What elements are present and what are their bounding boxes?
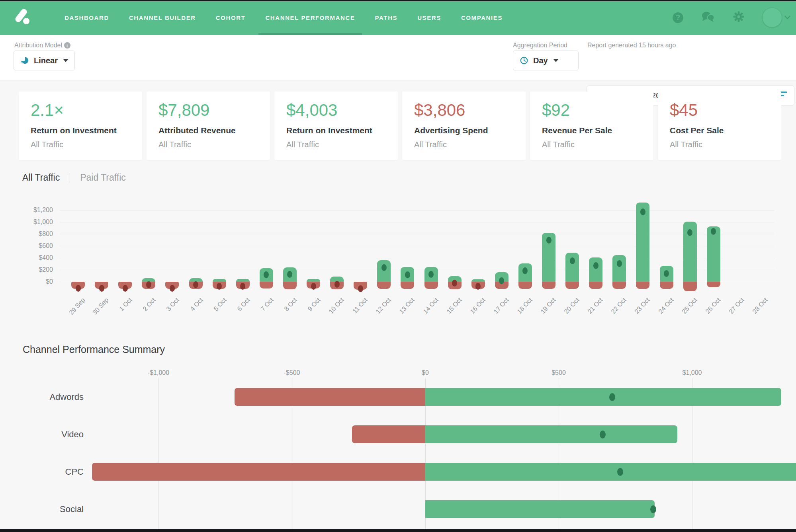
summary-profit-dot bbox=[600, 431, 606, 438]
profit-dot bbox=[687, 229, 692, 236]
summary-x-tick-label: -$500 bbox=[284, 369, 300, 376]
nav-item-companies[interactable]: COMPANIES bbox=[451, 0, 512, 35]
profit-dot bbox=[170, 285, 175, 292]
daily-spend-bar[interactable] bbox=[518, 282, 532, 289]
profit-dot bbox=[499, 277, 504, 284]
daily-y-tick-label: $0 bbox=[17, 278, 53, 285]
top-edge-strip bbox=[0, 0, 796, 1]
info-icon[interactable]: i bbox=[64, 42, 70, 49]
daily-x-tick-label: 29 Sep bbox=[68, 296, 86, 316]
kpi-sublabel: All Traffic bbox=[414, 140, 526, 149]
nav-item-users[interactable]: USERS bbox=[407, 0, 451, 35]
daily-spend-bar[interactable] bbox=[283, 282, 297, 289]
aggregation-period-value: Day bbox=[533, 56, 548, 65]
daily-revenue-bar[interactable] bbox=[213, 279, 226, 282]
daily-spend-bar[interactable] bbox=[683, 282, 697, 291]
daily-y-tick-label: $600 bbox=[17, 242, 53, 249]
daily-x-tick-label: 12 Oct bbox=[375, 296, 393, 315]
summary-revenue-bar-cpc[interactable] bbox=[425, 463, 796, 481]
nav-item-dashboard[interactable]: DASHBOARD bbox=[55, 0, 119, 35]
daily-spend-bar[interactable] bbox=[424, 282, 438, 289]
attribution-model-value: Linear bbox=[34, 56, 58, 65]
channel-performance-page: DASHBOARDCHANNEL BUILDERCOHORTCHANNEL PE… bbox=[0, 0, 796, 532]
daily-spend-bar[interactable] bbox=[660, 282, 673, 289]
summary-x-tick-label: $1,000 bbox=[683, 369, 702, 376]
daily-spend-bar[interactable] bbox=[401, 282, 414, 289]
tab-all-traffic[interactable]: All Traffic bbox=[22, 172, 60, 183]
daily-x-tick-label: 14 Oct bbox=[422, 296, 440, 315]
daily-revenue-bar[interactable] bbox=[377, 260, 391, 282]
profit-dot bbox=[311, 283, 316, 290]
daily-spend-bar[interactable] bbox=[377, 282, 391, 289]
app-logo-icon[interactable] bbox=[13, 6, 31, 29]
daily-gridline bbox=[60, 234, 774, 234]
kpi-value: $92 bbox=[542, 102, 653, 119]
summary-revenue-bar-adwords[interactable] bbox=[425, 388, 781, 406]
kpi-label: Revenue Per Sale bbox=[542, 126, 653, 135]
nav-item-channel-performance[interactable]: CHANNEL PERFORMANCE bbox=[255, 0, 365, 35]
chat-icon[interactable] bbox=[701, 11, 715, 24]
daily-revenue-bar[interactable] bbox=[612, 255, 626, 282]
summary-spend-bar-adwords[interactable] bbox=[235, 388, 425, 406]
attribution-model-select[interactable]: Linear bbox=[14, 51, 75, 70]
summary-revenue-bar-video[interactable] bbox=[425, 425, 677, 443]
summary-revenue-bar-social[interactable] bbox=[425, 500, 655, 518]
report-generated-label: Report generated 15 hours ago bbox=[587, 42, 676, 49]
daily-y-tick-label: $1,200 bbox=[17, 207, 53, 214]
daily-x-tick-label: 8 Oct bbox=[283, 296, 298, 312]
daily-spend-bar[interactable] bbox=[636, 282, 649, 289]
daily-spend-bar[interactable] bbox=[565, 282, 579, 289]
nav-item-channel-builder[interactable]: CHANNEL BUILDER bbox=[119, 0, 206, 35]
kpi-value: $4,003 bbox=[286, 102, 398, 119]
profit-dot bbox=[193, 281, 198, 288]
daily-spend-bar[interactable] bbox=[612, 282, 626, 289]
daily-x-tick-label: 30 Sep bbox=[91, 296, 110, 316]
profit-dot bbox=[240, 283, 245, 290]
profit-dot bbox=[76, 285, 81, 292]
daily-x-tick-label: 9 Oct bbox=[306, 296, 322, 312]
daily-revenue-bar[interactable] bbox=[307, 279, 320, 282]
toolbar: Attribution Model i Linear Aggregation P… bbox=[0, 35, 796, 80]
daily-y-tick-label: $400 bbox=[17, 254, 53, 261]
daily-x-tick-label: 22 Oct bbox=[610, 296, 628, 315]
summary-spend-bar-video[interactable] bbox=[352, 425, 425, 443]
daily-x-tick-label: 6 Oct bbox=[236, 296, 251, 312]
profit-dot bbox=[358, 285, 363, 292]
summary-title: Channel Performance Summary bbox=[23, 344, 165, 355]
user-menu[interactable] bbox=[762, 8, 790, 27]
kpi-card-advertising-spend: $3,806Advertising SpendAll Traffic bbox=[402, 92, 526, 160]
daily-gridline bbox=[60, 210, 774, 210]
daily-spend-bar[interactable] bbox=[589, 282, 602, 289]
daily-spend-bar[interactable] bbox=[260, 282, 273, 288]
kpi-card-cost-per-sale: $45Cost Per SaleAll Traffic bbox=[658, 92, 781, 160]
daily-spend-bar[interactable] bbox=[707, 282, 720, 287]
profit-dot bbox=[146, 281, 151, 288]
kpi-card-return-on-investment: $4,003Return on InvestmentAll Traffic bbox=[274, 92, 398, 160]
kpi-cards: 2.1×Return on InvestmentAll Traffic$7,80… bbox=[19, 92, 781, 160]
nav-item-paths[interactable]: PATHS bbox=[365, 0, 408, 35]
daily-revenue-bar[interactable] bbox=[589, 257, 602, 282]
avatar[interactable] bbox=[762, 8, 782, 27]
daily-spend-bar[interactable] bbox=[542, 282, 555, 289]
kpi-card-return-on-investment: 2.1×Return on InvestmentAll Traffic bbox=[19, 92, 142, 160]
daily-x-tick-label: 11 Oct bbox=[351, 296, 369, 315]
daily-y-tick-label: $200 bbox=[17, 266, 53, 273]
aggregation-period-select[interactable]: Day bbox=[513, 51, 579, 70]
daily-x-tick-label: 7 Oct bbox=[259, 296, 275, 312]
nav-item-cohort[interactable]: COHORT bbox=[206, 0, 256, 35]
settings-gear-icon[interactable] bbox=[733, 11, 745, 24]
summary-spend-bar-cpc[interactable] bbox=[92, 463, 426, 481]
kpi-label: Return on Investment bbox=[31, 126, 142, 135]
kpi-value: 2.1× bbox=[31, 102, 142, 119]
tab-paid-traffic[interactable]: Paid Traffic bbox=[80, 172, 126, 183]
summary-x-tick-label: $0 bbox=[422, 369, 429, 376]
help-icon[interactable]: ? bbox=[673, 12, 683, 23]
daily-revenue-bar[interactable] bbox=[236, 279, 250, 282]
daily-x-tick-label: 18 Oct bbox=[516, 296, 534, 315]
profit-dot bbox=[405, 271, 410, 278]
kpi-sublabel: All Traffic bbox=[286, 140, 398, 149]
daily-x-tick-label: 2 Oct bbox=[142, 296, 157, 312]
profit-dot bbox=[617, 260, 622, 267]
daily-x-tick-label: 1 Oct bbox=[118, 296, 134, 312]
chevron-down-icon bbox=[784, 16, 790, 19]
